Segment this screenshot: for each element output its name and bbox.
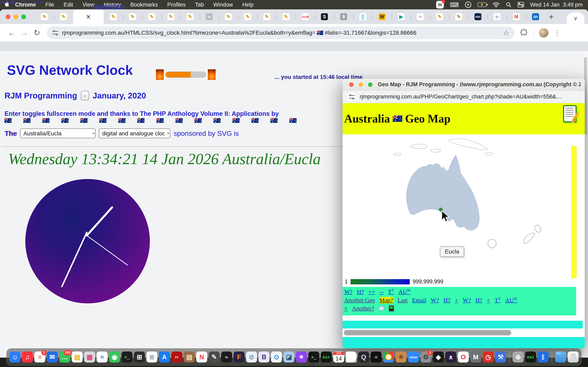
dock-icon-app-store[interactable]: A xyxy=(159,351,170,363)
rjm-tab[interactable]: ✎ xyxy=(449,9,468,24)
svg-clock-tab[interactable]: ✕ xyxy=(73,9,104,24)
dock-icon-blank-document[interactable] xyxy=(346,351,357,363)
timezone-select[interactable]: Australia/Eucla xyxy=(20,128,95,138)
dock-icon-music[interactable]: ♫ xyxy=(22,351,33,363)
dock-icon-intellij[interactable]: IJ xyxy=(371,351,381,363)
play-tab[interactable]: ▶ xyxy=(392,9,411,24)
dock-icon-quicktime[interactable]: Q xyxy=(358,351,369,363)
dock-icon-iterm[interactable]: >_ xyxy=(308,351,319,363)
close-window-button[interactable] xyxy=(6,15,10,19)
rjm-tab[interactable]: ✎ xyxy=(123,9,142,24)
play-icon[interactable] xyxy=(465,1,471,8)
app-notification-icon[interactable]: m xyxy=(436,1,444,8)
dock-icon-apple-tv[interactable]: tv xyxy=(221,351,232,363)
profile-avatar[interactable] xyxy=(539,28,548,38)
geo-link[interactable]: ++ xyxy=(368,289,375,295)
australia-map[interactable]: Eucla xyxy=(343,134,585,278)
rjm-tab[interactable]: ✎ xyxy=(104,9,123,24)
dock-icon-launchpad[interactable]: ▦ xyxy=(84,351,95,363)
minimize-window-button[interactable] xyxy=(13,15,18,19)
seven-plus-tab[interactable]: 7+ xyxy=(411,9,430,24)
dock-icon-preview[interactable]: ◪ xyxy=(283,351,294,363)
geo-link[interactable]: W? xyxy=(344,289,352,295)
geo-link[interactable]: + xyxy=(487,297,490,304)
geo-link[interactable]: W? xyxy=(431,297,439,304)
geo-link[interactable]: AUW xyxy=(505,297,517,304)
dock-icon-inkscape[interactable]: ◆ xyxy=(433,351,444,363)
site-settings-icon[interactable] xyxy=(52,30,58,36)
dock-icon-trash[interactable] xyxy=(568,351,579,363)
rjm-tab[interactable]: ✎ xyxy=(142,9,161,24)
geo-link[interactable]: Another Geo xyxy=(344,297,375,304)
browser-menu-icon[interactable]: ⋮ xyxy=(554,29,561,37)
dock-icon-paint-app[interactable]: ✳ xyxy=(396,351,406,363)
dock-icon-settings[interactable]: ⚙2 xyxy=(420,351,432,363)
hscroll-thumb[interactable] xyxy=(344,330,511,335)
dock-icon-speedtest[interactable]: ◷ xyxy=(483,351,494,363)
menubar-clock[interactable]: Wed 14 Jan 3:49 pm xyxy=(530,2,583,8)
popup-minimize-button[interactable] xyxy=(359,82,363,87)
dock-icon-facetime[interactable]: ◉ xyxy=(109,351,120,363)
zoom-window-button[interactable] xyxy=(21,15,26,19)
dock-icon-downloads[interactable] xyxy=(555,351,566,363)
menu-item-file[interactable]: File xyxy=(41,2,59,8)
rjm-tab[interactable]: ✎ xyxy=(161,9,181,24)
e-tab[interactable]: ℮ xyxy=(488,9,507,24)
rjm-tab[interactable]: ✎ xyxy=(238,9,257,24)
rjm-tab[interactable]: ✎ xyxy=(277,9,296,24)
device-icon[interactable] xyxy=(389,305,394,312)
dock-icon-firefox[interactable]: F xyxy=(233,351,245,363)
dock-icon-chrome[interactable] xyxy=(383,351,394,363)
abc-tab[interactable]: ABC xyxy=(468,9,488,24)
extensions-icon[interactable] xyxy=(520,29,528,37)
forward-button[interactable]: → xyxy=(18,29,31,37)
geo-link[interactable]: H? xyxy=(443,297,450,304)
new-tab-button[interactable]: + xyxy=(545,12,557,21)
collapse-button[interactable]: - xyxy=(81,91,89,100)
dock-icon-news[interactable]: N xyxy=(196,351,207,363)
rjm-tab[interactable]: ✎ xyxy=(181,9,200,24)
dock-icon-calculator[interactable]: ⊞ xyxy=(134,351,145,363)
dock-icon-terminal[interactable]: >_ xyxy=(121,351,132,363)
geo-link[interactable]: TT xyxy=(495,297,501,304)
geo-link[interactable]: -- xyxy=(380,289,383,295)
geo-link[interactable]: Email xyxy=(412,297,426,304)
notepad-icon[interactable] xyxy=(563,105,577,122)
dock-icon-reminders[interactable]: ≡3 xyxy=(34,351,45,363)
dock-icon-tooth-app[interactable]: M xyxy=(470,351,481,363)
wifi-icon[interactable] xyxy=(493,2,500,7)
rjm-tab[interactable]: ✎ xyxy=(35,9,54,24)
popup-address-bar[interactable]: rjmprogramming.com.au/PHP/GeoChart/geo_c… xyxy=(343,91,585,103)
dock-icon-opera[interactable]: O xyxy=(458,351,469,363)
popup-site-settings-icon[interactable] xyxy=(347,92,356,101)
rjm-tab[interactable]: ✎ xyxy=(54,9,73,24)
control-center-icon[interactable] xyxy=(518,2,524,8)
popup-hscrollbar[interactable] xyxy=(344,330,583,335)
geo-link[interactable]: Map? xyxy=(380,297,393,304)
dock-icon-podcasts[interactable]: ✶ xyxy=(296,351,307,363)
keyboard-icon[interactable]: ⌨ xyxy=(450,1,459,8)
geo-link[interactable]: TT xyxy=(388,288,394,295)
dock-icon-cat-app[interactable]: ᴥ xyxy=(445,351,456,363)
geo-link[interactable]: H? xyxy=(476,297,483,304)
dock-icon-wave-app[interactable]: ≈ xyxy=(96,351,108,363)
s-tab[interactable]: S xyxy=(315,9,334,24)
geo-link[interactable]: Last xyxy=(398,297,408,304)
dock-icon-terminal-exc[interactable]: exc xyxy=(321,351,332,363)
popup-title-bar[interactable]: Geo Map - RJM Programming - //www.rjmpro… xyxy=(343,79,585,91)
tab-search-chevron[interactable]: ∨ xyxy=(567,12,584,24)
dock-icon-xcode[interactable]: ⚒ xyxy=(495,351,506,363)
dock-icon-textedit[interactable]: ≣ xyxy=(146,351,157,363)
menu-item-edit[interactable]: Edit xyxy=(59,2,78,8)
dock-icon-finder[interactable]: ☺ xyxy=(9,351,20,363)
linkedin-tab[interactable]: in xyxy=(526,9,545,24)
geo-link[interactable]: W? xyxy=(463,297,471,304)
dock-icon-contacts[interactable]: ▤ xyxy=(184,351,195,363)
gray-tab[interactable]: oo xyxy=(200,9,219,24)
battery-icon[interactable]: ⚡ xyxy=(477,2,486,7)
rjm-tab[interactable]: ✎ xyxy=(219,9,238,24)
dock-icon-filezilla[interactable]: Fz xyxy=(171,351,182,363)
menu-item-bookmarks[interactable]: Bookmarks xyxy=(126,2,163,8)
menu-item-tab[interactable]: Tab xyxy=(190,2,209,8)
dock-icon-mail[interactable]: ✉ xyxy=(47,351,58,363)
